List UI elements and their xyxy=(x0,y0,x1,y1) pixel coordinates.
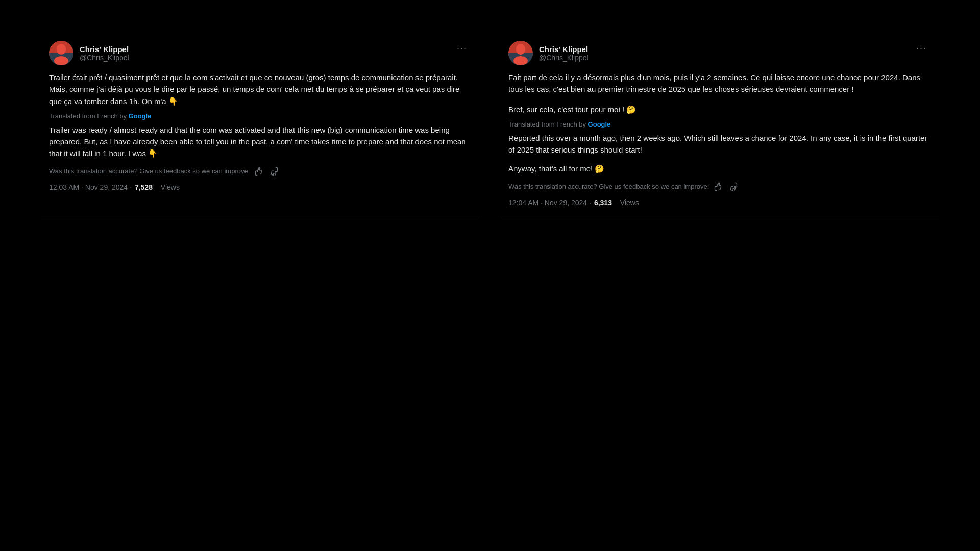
svg-rect-3 xyxy=(54,56,68,65)
tweet-header-left-1: Chris' Klippel @Chris_Klippel xyxy=(49,41,129,65)
translation-label-2: Translated from French by Google xyxy=(508,120,931,128)
more-button-2[interactable]: ··· xyxy=(912,41,931,56)
avatar-image-2 xyxy=(508,41,533,65)
more-button-1[interactable]: ··· xyxy=(453,41,472,56)
tweet-header-left-2: Chris' Klippel @Chris_Klippel xyxy=(508,41,589,65)
svg-rect-7 xyxy=(513,56,528,65)
username-1[interactable]: @Chris_Klippel xyxy=(80,54,129,62)
tweets-container: Chris' Klippel @Chris_Klippel ··· Traile… xyxy=(0,0,980,217)
timestamp-2: 12:04 AM · Nov 29, 2024 · xyxy=(508,198,591,207)
translation-prefix-1: Translated from French by xyxy=(49,112,129,120)
tweet-header-1: Chris' Klippel @Chris_Klippel ··· xyxy=(49,41,472,65)
avatar-1[interactable] xyxy=(49,41,74,65)
thumbs-down-icon-2[interactable] xyxy=(728,182,738,191)
tweet-original-text-1: Trailer était prêt / quasiment prêt et q… xyxy=(49,71,472,107)
display-name-1[interactable]: Chris' Klippel xyxy=(80,45,129,54)
username-2[interactable]: @Chris_Klippel xyxy=(539,54,589,62)
tweet-original-text-2a: Fait part de cela il y a désormais plus … xyxy=(508,71,931,95)
google-link-1[interactable]: Google xyxy=(129,112,152,120)
tweet-card-1: Chris' Klippel @Chris_Klippel ··· Traile… xyxy=(41,31,480,217)
views-label-2: Views xyxy=(620,198,639,207)
translation-label-1: Translated from French by Google xyxy=(49,112,472,120)
feedback-row-2: Was this translation accurate? Give us f… xyxy=(508,182,931,191)
tweet-header-2: Chris' Klippel @Chris_Klippel ··· xyxy=(508,41,931,65)
thumbs-down-icon-1[interactable] xyxy=(269,167,278,176)
avatar-image-1 xyxy=(49,41,74,65)
feedback-text-1: Was this translation accurate? Give us f… xyxy=(49,167,250,175)
timestamp-1: 12:03 AM · Nov 29, 2024 · xyxy=(49,183,132,191)
user-info-2: Chris' Klippel @Chris_Klippel xyxy=(539,45,589,62)
svg-point-6 xyxy=(516,45,525,55)
views-label-1: Views xyxy=(161,183,180,191)
tweet-original-text-2b: Bref, sur cela, c'est tout pour moi ! 🤔 xyxy=(508,104,931,115)
tweet-translated-text-2b: Anyway, that's all for me! 🤔 xyxy=(508,163,931,174)
tweet-meta-1: 12:03 AM · Nov 29, 2024 · 7,528 Views xyxy=(49,183,472,191)
translation-prefix-2: Translated from French by xyxy=(508,120,588,128)
avatar-2[interactable] xyxy=(508,41,533,65)
views-count-1: 7,528 xyxy=(135,183,153,191)
thumbs-up-icon-2[interactable] xyxy=(714,182,723,191)
feedback-text-2: Was this translation accurate? Give us f… xyxy=(508,183,709,190)
tweet-translated-text-1: Trailer was ready / almost ready and tha… xyxy=(49,124,472,160)
display-name-2[interactable]: Chris' Klippel xyxy=(539,45,589,54)
svg-point-2 xyxy=(57,45,66,55)
thumbs-up-icon-1[interactable] xyxy=(255,167,264,176)
views-count-2: 6,313 xyxy=(594,198,612,207)
tweet-meta-2: 12:04 AM · Nov 29, 2024 · 6,313 Views xyxy=(508,198,931,207)
user-info-1: Chris' Klippel @Chris_Klippel xyxy=(80,45,129,62)
tweet-translated-text-2a: Reported this over a month ago, then 2 w… xyxy=(508,132,931,156)
tweet-card-2: Chris' Klippel @Chris_Klippel ··· Fait p… xyxy=(500,31,939,217)
google-link-2[interactable]: Google xyxy=(588,120,611,128)
feedback-row-1: Was this translation accurate? Give us f… xyxy=(49,167,472,176)
